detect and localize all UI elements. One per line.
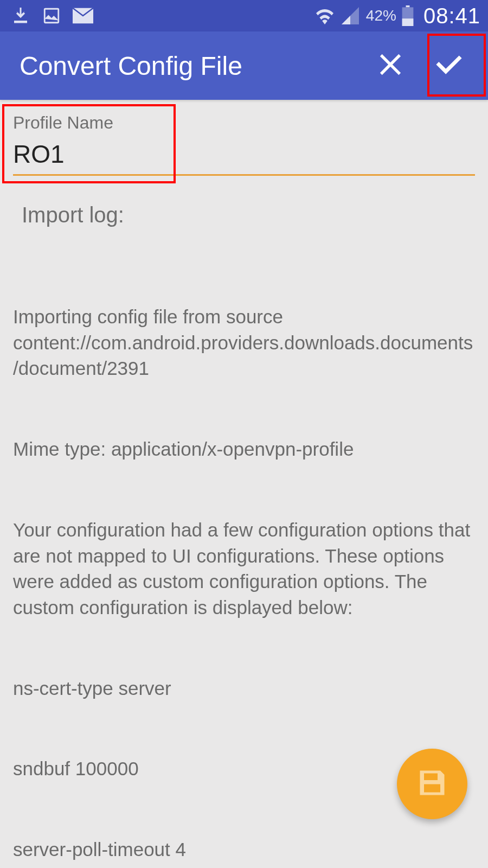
cancel-button[interactable] xyxy=(361,36,420,95)
log-line-mime: Mime type: application/x-openvpn-profile xyxy=(13,436,475,462)
svg-rect-1 xyxy=(44,9,59,23)
log-line-opt3: server-poll-timeout 4 xyxy=(13,837,475,863)
svg-rect-5 xyxy=(432,774,435,780)
profile-name-label: Profile Name xyxy=(13,113,475,133)
download-icon xyxy=(11,6,30,25)
battery-icon xyxy=(402,5,414,26)
log-line-opt1: ns-cert-type server xyxy=(13,675,475,701)
svg-rect-0 xyxy=(14,21,27,23)
svg-rect-7 xyxy=(426,789,439,790)
app-bar-actions xyxy=(361,36,478,95)
svg-rect-6 xyxy=(426,786,439,787)
clock: 08:41 xyxy=(423,4,480,28)
mail-icon xyxy=(73,8,93,24)
gallery-icon xyxy=(42,7,61,25)
svg-rect-4 xyxy=(402,18,414,26)
svg-rect-2 xyxy=(406,5,409,7)
app-bar: Convert Config File xyxy=(0,31,488,100)
log-line-note: Your configuration had a few configurati… xyxy=(13,517,475,620)
log-line-source: Importing config file from source conten… xyxy=(13,304,475,381)
save-icon xyxy=(416,767,448,801)
check-icon xyxy=(434,49,464,82)
page-title: Convert Config File xyxy=(20,51,242,81)
save-fab[interactable] xyxy=(397,749,467,819)
profile-name-input[interactable] xyxy=(13,138,475,176)
status-bar: 42% 08:41 xyxy=(0,0,488,31)
cell-signal-icon xyxy=(341,7,359,24)
close-icon xyxy=(378,52,403,79)
status-right: 42% 08:41 xyxy=(314,4,480,28)
confirm-button[interactable] xyxy=(420,36,478,95)
status-left xyxy=(11,6,93,25)
wifi-icon xyxy=(314,7,336,24)
import-log-heading: Import log: xyxy=(22,203,475,227)
battery-percentage: 42% xyxy=(366,7,396,24)
